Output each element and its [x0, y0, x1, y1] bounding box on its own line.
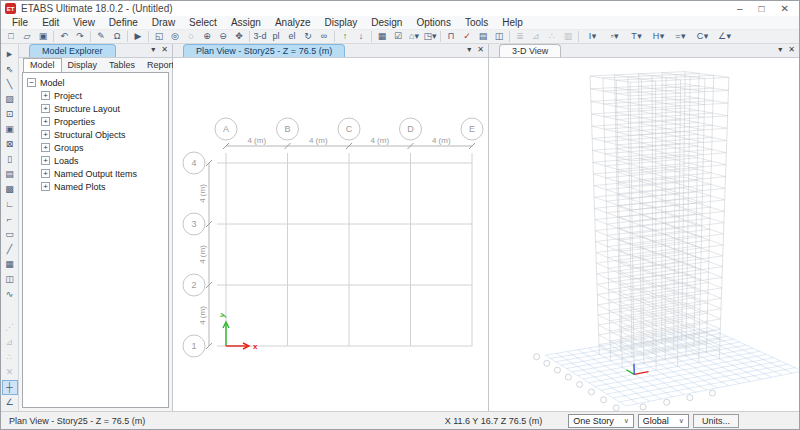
- plan-close-icon[interactable]: ✕: [477, 45, 484, 55]
- pan-icon[interactable]: ✥: [231, 30, 247, 43]
- undo-icon[interactable]: ↶: [56, 30, 72, 43]
- zoom-in-icon[interactable]: ⊕: [199, 30, 215, 43]
- plan-dropdown-icon[interactable]: ▾: [467, 45, 471, 55]
- snap-grid-icon[interactable]: ┼: [2, 380, 18, 395]
- tile-windows-icon[interactable]: ▦: [374, 30, 390, 43]
- quick-draw-floor-icon[interactable]: ▩: [2, 182, 18, 197]
- move-up-story-icon[interactable]: ↑: [337, 30, 353, 43]
- three-d-view-canvas[interactable]: [489, 58, 799, 411]
- explorer-tab-model[interactable]: Model: [23, 58, 62, 72]
- i-section-icon[interactable]: I ▾: [581, 30, 603, 43]
- draw-reference-plane-icon[interactable]: ▭: [2, 227, 18, 242]
- check-model-icon[interactable]: ✓: [459, 30, 475, 43]
- coord-system-selector[interactable]: Global ∨: [638, 414, 689, 428]
- draw-wall-opening-icon[interactable]: ⌐: [2, 212, 18, 227]
- plan-view-icon[interactable]: pl: [268, 30, 284, 43]
- elevation-view-icon[interactable]: el: [284, 30, 300, 43]
- menu-item-help[interactable]: Help: [495, 16, 530, 30]
- quick-draw-secondary-beams-icon[interactable]: ⊠: [2, 137, 18, 152]
- draw-grid-icon[interactable]: ▦: [2, 257, 18, 272]
- quick-draw-wall-icon[interactable]: ∟: [2, 197, 18, 212]
- three-d-view-tab[interactable]: 3-D View: [499, 44, 561, 57]
- save-icon[interactable]: ▣: [35, 30, 51, 43]
- perspective-toggle-icon[interactable]: ∞: [316, 30, 332, 43]
- run-analysis-icon[interactable]: ▶: [130, 30, 146, 43]
- close-button[interactable]: ✕: [781, 2, 789, 15]
- explorer-tab-display[interactable]: Display: [62, 59, 104, 72]
- building-options-icon[interactable]: ⌂▾: [406, 30, 422, 43]
- double-section-icon[interactable]: = ▾: [669, 30, 691, 43]
- tree-expander-icon[interactable]: +: [41, 182, 50, 191]
- draw-dimension-icon[interactable]: ∿: [2, 287, 18, 302]
- explorer-tab-tables[interactable]: Tables: [103, 59, 141, 72]
- new-model-icon[interactable]: □: [3, 30, 19, 43]
- tree-item-named-output-items[interactable]: +Named Output Items: [25, 167, 166, 180]
- three-d-close-icon[interactable]: ✕: [788, 45, 795, 55]
- draw-line-icon[interactable]: ╱: [2, 242, 18, 257]
- column-section-icon[interactable]: H ▾: [647, 30, 669, 43]
- tree-expander-icon[interactable]: +: [41, 169, 50, 178]
- menu-item-design[interactable]: Design: [364, 16, 409, 30]
- explorer-dropdown-icon[interactable]: ▾: [151, 45, 155, 55]
- tree-item-project[interactable]: +Project: [25, 89, 166, 102]
- plan-view-tab[interactable]: Plan View - Story25 - Z = 76.5 (m): [183, 44, 345, 57]
- menu-item-assign[interactable]: Assign: [224, 16, 268, 30]
- three-d-dropdown-icon[interactable]: ▾: [778, 45, 782, 55]
- angle-section-icon[interactable]: ∠ ▾: [713, 30, 735, 43]
- tree-expander-icon[interactable]: −: [27, 78, 36, 87]
- quick-draw-frame-icon[interactable]: ⊡: [2, 107, 18, 122]
- menu-item-edit[interactable]: Edit: [35, 16, 66, 30]
- view-3d-icon[interactable]: 3-d: [252, 30, 268, 43]
- menu-item-define[interactable]: Define: [102, 16, 145, 30]
- tree-expander-icon[interactable]: +: [41, 117, 50, 126]
- draw-wall-stack-icon[interactable]: ◫: [2, 272, 18, 287]
- menu-item-view[interactable]: View: [66, 16, 102, 30]
- zoom-out-icon[interactable]: ⊖: [215, 30, 231, 43]
- restore-full-view-icon[interactable]: ◎: [167, 30, 183, 43]
- move-down-story-icon[interactable]: ↓: [353, 30, 369, 43]
- display-options-icon[interactable]: ☑: [390, 30, 406, 43]
- tree-item-loads[interactable]: +Loads: [25, 154, 166, 167]
- tree-item-named-plots[interactable]: +Named Plots: [25, 180, 166, 193]
- menu-item-analyze[interactable]: Analyze: [268, 16, 318, 30]
- previous-zoom-icon[interactable]: ◌: [183, 30, 199, 43]
- rubber-band-zoom-icon[interactable]: ◱: [151, 30, 167, 43]
- channel-section-icon[interactable]: C ▾: [691, 30, 713, 43]
- maximize-button[interactable]: □: [759, 2, 765, 15]
- draw-wall-icon[interactable]: ▤: [2, 167, 18, 182]
- explorer-close-icon[interactable]: ✕: [161, 45, 168, 55]
- rotate-view-icon[interactable]: ↻: [300, 30, 316, 43]
- units-button[interactable]: Units...: [693, 414, 739, 428]
- tree-expander-icon[interactable]: +: [41, 156, 50, 165]
- draw-joint-icon[interactable]: ╲: [2, 77, 18, 92]
- edit-pen-icon[interactable]: ✎: [93, 30, 109, 43]
- menu-item-select[interactable]: Select: [182, 16, 224, 30]
- draw-floor-icon[interactable]: ▯: [2, 152, 18, 167]
- menu-item-options[interactable]: Options: [409, 16, 457, 30]
- quick-draw-braces-icon[interactable]: ▣: [2, 122, 18, 137]
- snap-lines-icon[interactable]: ∠: [2, 395, 18, 410]
- select-pointer-icon[interactable]: ►: [2, 47, 18, 62]
- menu-item-file[interactable]: File: [5, 16, 35, 30]
- tree-expander-icon[interactable]: +: [41, 104, 50, 113]
- model-explorer-title-tab[interactable]: Model Explorer: [29, 44, 116, 57]
- open-file-icon[interactable]: ▱: [19, 30, 35, 43]
- lock-model-icon[interactable]: Ω: [109, 30, 125, 43]
- tree-expander-icon[interactable]: +: [41, 91, 50, 100]
- tree-item-groups[interactable]: +Groups: [25, 141, 166, 154]
- tree-item-structural-objects[interactable]: +Structural Objects: [25, 128, 166, 141]
- menu-item-display[interactable]: Display: [318, 16, 365, 30]
- building-elevation-icon[interactable]: ◫: [491, 30, 507, 43]
- menu-item-tools[interactable]: Tools: [458, 16, 495, 30]
- minimize-button[interactable]: –: [737, 2, 743, 15]
- plan-view-canvas[interactable]: 4 (m)4 (m)4 (m)4 (m)4 (m)4 (m)4 (m)ABCDE…: [173, 58, 488, 411]
- object-shrink-icon[interactable]: ◳▾: [422, 30, 438, 43]
- story-selector[interactable]: One Story ∨: [568, 414, 634, 428]
- draw-rect-icon[interactable]: ⊓: [443, 30, 459, 43]
- tree-expander-icon[interactable]: +: [41, 143, 50, 152]
- reshape-object-icon[interactable]: ⇖: [2, 62, 18, 77]
- tree-item-model[interactable]: −Model: [25, 76, 166, 89]
- tree-item-structure-layout[interactable]: +Structure Layout: [25, 102, 166, 115]
- tree-expander-icon[interactable]: +: [41, 130, 50, 139]
- tee-section-icon[interactable]: T ▾: [625, 30, 647, 43]
